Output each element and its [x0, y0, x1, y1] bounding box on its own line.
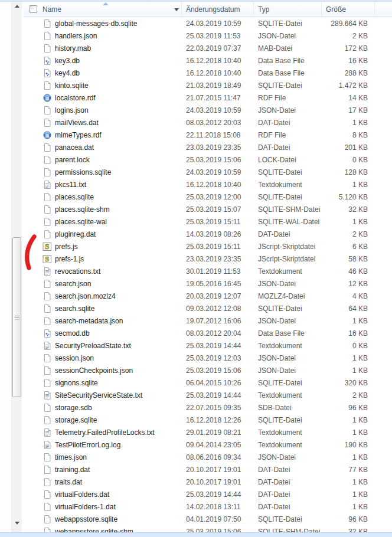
table-row[interactable]: localstore.rdf 21.07.2015 11:47 RDF File… — [24, 91, 392, 104]
table-row[interactable]: pluginreg.dat 14.03.2019 08:26 DAT-Datei… — [24, 228, 392, 240]
file-name: pluginreg.dat — [55, 230, 96, 238]
table-row[interactable]: storage.sdb 22.07.2015 09:35 SDB-Datei 9… — [24, 401, 392, 414]
table-row[interactable]: handlers.json 25.03.2019 11:53 JSON-Date… — [24, 30, 392, 42]
table-row[interactable]: storage.sqlite 16.12.2018 12:26 SQLITE-D… — [24, 414, 392, 426]
file-name: places.sqlite-shm — [55, 205, 110, 214]
table-row[interactable]: logins.json 24.03.2019 10:59 JSON-Datei … — [24, 104, 392, 116]
file-date-modified: 16.12.2018 10:40 — [182, 69, 254, 77]
table-row[interactable]: permissions.sqlite 24.03.2019 10:59 SQLI… — [24, 166, 392, 178]
file-date-modified: 08.06.2016 09:34 — [182, 453, 254, 461]
table-row[interactable]: times.json 08.06.2016 09:34 JSON-Datei 1… — [24, 451, 392, 463]
column-header-size[interactable]: Größe — [322, 2, 375, 17]
table-row[interactable]: session.json 25.03.2019 12:03 JSON-Datei… — [24, 352, 392, 364]
file-icon — [43, 415, 52, 425]
file-name: session.json — [55, 354, 94, 362]
table-row[interactable]: traits.dat 20.10.2017 19:01 DAT-Datei 1 … — [24, 476, 392, 488]
table-row[interactable]: signons.sqlite 06.04.2015 10:26 SQLITE-D… — [24, 376, 392, 389]
file-name: places.sqlite — [55, 193, 94, 201]
table-row[interactable]: S prefs.js 25.03.2019 15:11 JScript-Skri… — [24, 240, 392, 253]
file-date-modified: 16.12.2018 12:26 — [182, 416, 254, 424]
scroll-down-button[interactable] — [12, 519, 22, 528]
table-row[interactable]: places.sqlite-wal 25.03.2019 15:11 SQLIT… — [24, 215, 392, 228]
table-row[interactable]: revocations.txt 30.01.2019 11:53 Textdok… — [24, 265, 392, 277]
table-row[interactable]: S prefs-1.js 23.03.2019 23:35 JScript-Sk… — [24, 253, 392, 265]
table-row[interactable]: training.dat 20.10.2017 19:01 DAT-Datei … — [24, 463, 392, 476]
scroll-down-icon — [15, 522, 19, 525]
table-row[interactable]: virtualFolders.dat 25.03.2019 14:44 DAT-… — [24, 488, 392, 500]
file-type: SQLITE-Datei — [254, 19, 322, 28]
file-icon — [43, 279, 52, 289]
file-size: 64 KB — [322, 304, 375, 313]
file-type: SQLITE-Datei — [254, 193, 322, 201]
file-date-modified: 25.03.2019 15:11 — [182, 243, 254, 251]
scroll-up-button[interactable] — [12, 2, 22, 11]
file-type: Data Base File — [254, 57, 322, 65]
file-size: 128 KB — [322, 168, 375, 176]
globe-icon — [43, 130, 52, 140]
file-type: LOCK-Datei — [254, 156, 322, 164]
file-name: prefs.js — [55, 243, 78, 251]
table-row[interactable]: panacea.dat 23.03.2019 23:35 DAT-Datei 2… — [24, 141, 392, 153]
table-row[interactable]: virtualFolders-1.dat 14.02.2018 13:11 DA… — [24, 500, 392, 513]
table-row[interactable]: pkcs11.txt 16.12.2018 10:40 Textdokument… — [24, 178, 392, 191]
table-row[interactable]: mailViews.dat 08.03.2012 20:03 DAT-Datei… — [24, 116, 392, 129]
file-date-modified: 25.03.2019 12:03 — [182, 354, 254, 362]
table-row[interactable]: places.sqlite 25.03.2019 12:00 SQLITE-Da… — [24, 191, 392, 203]
file-name: traits.dat — [55, 478, 82, 486]
window-top-edge — [0, 0, 392, 2]
file-size: 1 KB — [322, 218, 375, 226]
column-header-date[interactable]: Änderungsdatum — [182, 2, 254, 17]
table-row[interactable]: parent.lock 25.03.2019 15:06 LOCK-Datei … — [24, 153, 392, 166]
vertical-scrollbar[interactable] — [12, 2, 22, 532]
file-type: Textdokument — [254, 441, 322, 449]
table-row[interactable]: mimeTypes.rdf 22.11.2018 15:08 RDF File … — [24, 129, 392, 141]
column-header-row: Name Änderungsdatum Typ Größe — [24, 2, 392, 17]
file-icon — [43, 31, 52, 41]
file-size: 1 KB — [322, 428, 375, 437]
file-size: 1 KB — [322, 453, 375, 461]
file-date-modified: 20.03.2019 12:07 — [182, 292, 254, 300]
table-row[interactable]: search-metadata.json 19.07.2012 16:06 JS… — [24, 315, 392, 327]
column-header-type[interactable]: Typ — [254, 2, 322, 17]
table-row[interactable]: global-messages-db.sqlite 24.03.2019 10:… — [24, 17, 392, 30]
globe-icon — [43, 93, 52, 103]
file-name: times.json — [55, 453, 87, 461]
file-type: JSON-Datei — [254, 32, 322, 40]
table-row[interactable]: secmod.db 08.03.2012 20:04 Data Base Fil… — [24, 327, 392, 339]
file-size: 96 KB — [322, 404, 375, 412]
file-name: secmod.db — [55, 329, 90, 338]
file-size: 17 KB — [322, 106, 375, 114]
file-size: 2 KB — [322, 32, 375, 40]
column-filter-dropdown-icon[interactable] — [174, 8, 179, 12]
table-row[interactable]: SiteSecurityServiceState.txt 25.03.2019 … — [24, 389, 392, 401]
column-header-type-label: Typ — [258, 5, 269, 14]
scrollbar-thumb[interactable] — [12, 237, 21, 397]
file-type: DAT-Datei — [254, 230, 322, 238]
table-row[interactable]: search.json.mozlz4 20.03.2019 12:07 MOZL… — [24, 290, 392, 302]
table-row[interactable]: search.json 19.05.2016 16:45 JSON-Datei … — [24, 277, 392, 290]
table-row[interactable]: search.sqlite 09.03.2012 12:08 SQLITE-Da… — [24, 302, 392, 315]
table-row[interactable]: webappsstore.sqlite 04.01.2019 07:50 SQL… — [24, 513, 392, 525]
table-row[interactable]: kinto.sqlite 21.03.2019 18:49 SQLITE-Dat… — [24, 79, 392, 91]
file-date-modified: 25.03.2019 12:00 — [182, 193, 254, 201]
table-row[interactable]: places.sqlite-shm 25.03.2019 15:07 SQLIT… — [24, 203, 392, 215]
table-row[interactable]: history.mab 22.03.2019 07:37 MAB-Datei 1… — [24, 42, 392, 54]
table-row[interactable]: SecurityPreloadState.txt 25.03.2019 14:4… — [24, 339, 392, 352]
table-row[interactable]: key4.db 16.12.2018 10:40 Data Base File … — [24, 67, 392, 79]
column-header-date-label: Änderungsdatum — [186, 5, 240, 14]
scrollbar-grip-icon — [15, 315, 19, 319]
file-icon — [43, 143, 52, 152]
file-size: 77 KB — [322, 466, 375, 474]
table-row[interactable]: key3.db 16.12.2018 10:40 Data Base File … — [24, 54, 392, 67]
table-row[interactable]: sessionCheckpoints.json 25.03.2019 15:06… — [24, 364, 392, 376]
table-row[interactable]: Telemetry.FailedProfileLocks.txt 29.01.2… — [24, 426, 392, 438]
file-type: JScript-Skriptdatei — [254, 243, 322, 251]
file-date-modified: 06.04.2015 10:26 — [182, 379, 254, 387]
select-all-checkbox[interactable] — [30, 5, 37, 13]
file-name: search.json.mozlz4 — [55, 292, 116, 300]
file-name: history.mab — [55, 44, 91, 53]
table-row[interactable]: TestPilotErrorLog.log 09.04.2014 23:05 T… — [24, 438, 392, 451]
scroll-up-icon — [15, 5, 19, 8]
file-type: SQLITE-WAL-Datei — [254, 218, 322, 226]
file-type: JSON-Datei — [254, 453, 322, 461]
